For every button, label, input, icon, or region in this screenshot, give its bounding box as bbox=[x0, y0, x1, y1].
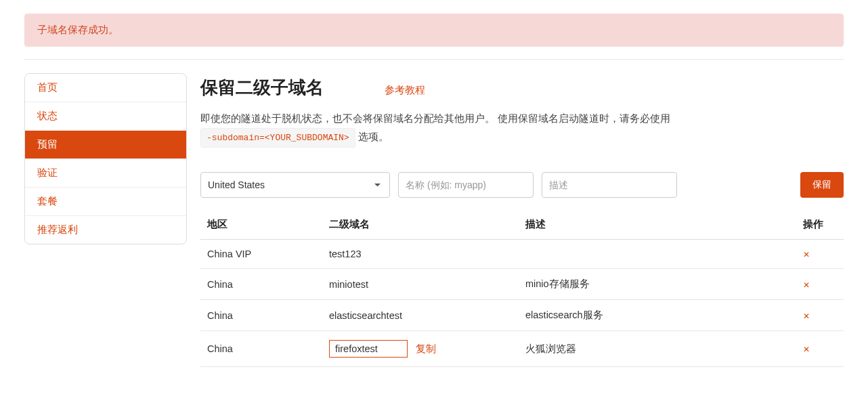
alert-message: 子域名保存成功。 bbox=[37, 24, 118, 35]
main-content: 保留二级子域名 参考教程 即使您的隧道处于脱机状态，也不会将保留域名分配给其他用… bbox=[200, 73, 844, 367]
th-desc: 描述 bbox=[519, 210, 796, 240]
sidebar-item-verify[interactable]: 验证 bbox=[25, 159, 186, 188]
th-region: 地区 bbox=[200, 210, 322, 240]
cell-desc: 火狐浏览器 bbox=[519, 331, 796, 367]
th-op: 操作 bbox=[796, 210, 844, 240]
tutorial-link[interactable]: 参考教程 bbox=[385, 84, 425, 97]
delete-icon[interactable]: ✕ bbox=[803, 345, 810, 354]
cell-desc: elasticsearch服务 bbox=[519, 300, 796, 331]
code-subdomain-flag: -subdomain=<YOUR_SUBDOMAIN> bbox=[200, 128, 355, 148]
cell-region: China bbox=[200, 300, 322, 331]
desc-input[interactable] bbox=[542, 172, 677, 198]
name-input[interactable] bbox=[398, 172, 534, 198]
cell-desc: minio存储服务 bbox=[519, 269, 796, 300]
reserve-button[interactable]: 保留 bbox=[800, 172, 844, 198]
sidebar-item-referral[interactable]: 推荐返利 bbox=[25, 216, 186, 244]
page-title: 保留二级子域名 bbox=[200, 76, 324, 100]
table-row: China miniotest minio存储服务 ✕ bbox=[200, 269, 844, 300]
desc-text-1: 即使您的隧道处于脱机状态，也不会将保留域名分配给其他用户。 使用保留域名启动隧道… bbox=[200, 112, 670, 124]
th-subdomain: 二级域名 bbox=[322, 210, 519, 240]
cell-subdomain: miniotest bbox=[322, 269, 519, 300]
copy-link[interactable]: 复制 bbox=[416, 343, 436, 356]
cell-region: China bbox=[200, 331, 322, 367]
sidebar-item-status[interactable]: 状态 bbox=[25, 102, 186, 131]
highlighted-subdomain: firefoxtest bbox=[329, 340, 408, 358]
table-row: China VIP test123 ✕ bbox=[200, 240, 844, 269]
reserve-form: United States 保留 bbox=[200, 172, 844, 198]
delete-icon[interactable]: ✕ bbox=[803, 280, 810, 290]
delete-icon[interactable]: ✕ bbox=[803, 250, 810, 259]
region-select[interactable]: United States bbox=[200, 172, 390, 198]
cell-desc bbox=[519, 240, 796, 269]
sidebar-item-reserved[interactable]: 预留 bbox=[25, 131, 186, 159]
cell-subdomain: test123 bbox=[322, 240, 519, 269]
table-row: China elasticsearchtest elasticsearch服务 … bbox=[200, 300, 844, 331]
desc-text-2: 选项。 bbox=[358, 131, 389, 142]
cell-subdomain: elasticsearchtest bbox=[322, 300, 519, 331]
sidebar-item-home[interactable]: 首页 bbox=[25, 74, 186, 102]
delete-icon[interactable]: ✕ bbox=[803, 312, 810, 321]
cell-region: China VIP bbox=[200, 240, 322, 269]
table-row: China firefoxtest 复制 火狐浏览器 ✕ bbox=[200, 331, 844, 367]
success-alert: 子域名保存成功。 bbox=[24, 14, 844, 47]
cell-subdomain: firefoxtest 复制 bbox=[322, 331, 519, 367]
sidebar: 首页 状态 预留 验证 套餐 推荐返利 bbox=[24, 73, 187, 244]
divider bbox=[24, 59, 844, 60]
description: 即使您的隧道处于脱机状态，也不会将保留域名分配给其他用户。 使用保留域名启动隧道… bbox=[200, 109, 688, 148]
sidebar-item-plan[interactable]: 套餐 bbox=[25, 188, 186, 216]
cell-region: China bbox=[200, 269, 322, 300]
subdomain-table: 地区 二级域名 描述 操作 China VIP test123 ✕ China bbox=[200, 210, 844, 367]
